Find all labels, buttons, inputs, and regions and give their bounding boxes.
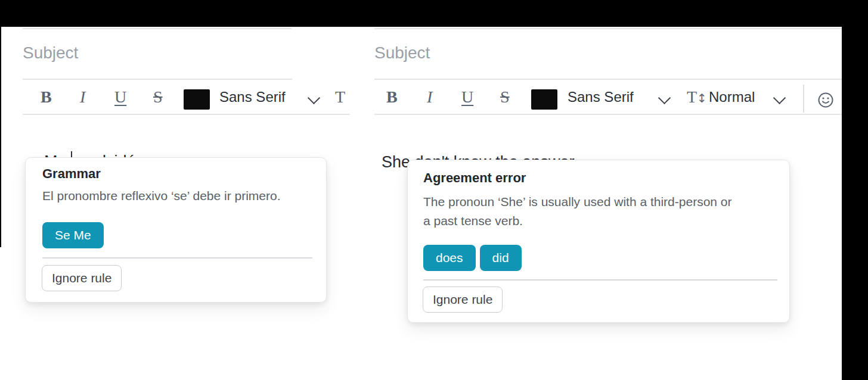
- font-family-dropdown[interactable]: Sans Serif: [568, 79, 634, 114]
- font-size-icon[interactable]: T: [335, 79, 345, 114]
- popup-title: Agreement error: [423, 170, 526, 186]
- toolbar-bottom-border: [23, 114, 350, 115]
- underline-button[interactable]: U: [114, 79, 126, 114]
- underline-button[interactable]: U: [461, 79, 473, 114]
- strikethrough-button[interactable]: S: [500, 79, 510, 114]
- font-size-dropdown[interactable]: Normal: [709, 79, 755, 114]
- suggestion-button[interactable]: did: [480, 245, 522, 271]
- size-icon-t: T: [687, 88, 697, 106]
- text-color-swatch[interactable]: [184, 89, 210, 110]
- popup-description: The pronoun ‘She’ is usually used with a…: [423, 192, 732, 231]
- right-black-strip: [842, 0, 868, 380]
- emoji-button[interactable]: [817, 92, 834, 108]
- font-family-dropdown[interactable]: Sans Serif: [219, 79, 286, 114]
- subject-top-border: [23, 28, 292, 29]
- toolbar-separator: [803, 85, 804, 113]
- smiley-icon: [817, 92, 834, 108]
- compose-panel-left: B I U S Sans Serif T Me se olvidó. Gramm…: [0, 0, 350, 380]
- suggestion-button[interactable]: does: [423, 245, 476, 271]
- strikethrough-button[interactable]: S: [153, 79, 163, 114]
- popup-description: El pronombre reflexivo ‘se’ debe ir prim…: [42, 186, 281, 205]
- italic-button[interactable]: I: [80, 79, 85, 114]
- suggestion-row: does did: [423, 245, 522, 271]
- popup-divider: [423, 279, 777, 281]
- chevron-down-icon[interactable]: [308, 92, 320, 104]
- text-color-swatch[interactable]: [531, 89, 557, 110]
- italic-button[interactable]: I: [427, 79, 432, 114]
- ignore-rule-button[interactable]: Ignore rule: [42, 265, 122, 291]
- ignore-rule-button[interactable]: Ignore rule: [423, 286, 503, 313]
- font-size-icon[interactable]: T↕: [687, 79, 707, 114]
- suggestion-row: Se Me: [42, 222, 104, 248]
- description-line: a past tense verb.: [423, 211, 732, 231]
- subject-top-border-right: [374, 28, 842, 29]
- toolbar-bottom-border-right: [374, 114, 842, 115]
- popup-divider: [42, 257, 312, 258]
- bold-button[interactable]: B: [386, 79, 398, 114]
- grammar-popup: Grammar El pronombre reflexivo ‘se’ debe…: [25, 157, 327, 303]
- subject-input-right[interactable]: [374, 41, 732, 66]
- size-icon-arrows: ↕: [697, 91, 707, 105]
- bold-button[interactable]: B: [41, 79, 52, 114]
- popup-title: Grammar: [42, 166, 101, 182]
- description-line: The pronoun ‘She’ is usually used with a…: [423, 192, 732, 211]
- suggestion-button[interactable]: Se Me: [42, 222, 104, 248]
- agreement-error-popup: Agreement error The pronoun ‘She’ is usu…: [407, 160, 790, 323]
- subject-input[interactable]: [23, 41, 285, 66]
